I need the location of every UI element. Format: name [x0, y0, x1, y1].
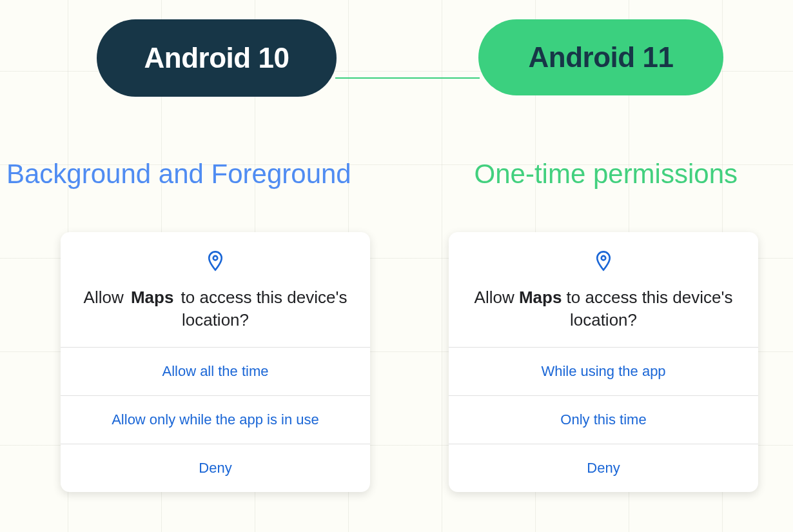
android-11-pill: Android 11	[478, 19, 723, 95]
android-10-permission-dialog: Allow Maps to access this device's locat…	[61, 232, 370, 492]
android-11-permission-dialog: Allow Maps to access this device's locat…	[449, 232, 758, 492]
svg-point-0	[213, 256, 218, 261]
prompt-post: to access this device's location?	[562, 288, 732, 330]
option-only-this-time[interactable]: Only this time	[449, 395, 758, 444]
prompt-app-name: Maps	[519, 288, 562, 307]
option-deny[interactable]: Deny	[449, 444, 758, 492]
option-allow-while-in-use[interactable]: Allow only while the app is in use	[61, 395, 370, 444]
dialog-prompt: Allow Maps to access this device's locat…	[80, 286, 351, 331]
svg-point-1	[602, 256, 606, 261]
location-pin-icon	[595, 250, 612, 275]
dialog-prompt: Allow Maps to access this device's locat…	[468, 286, 739, 331]
dialog-header: Allow Maps to access this device's locat…	[61, 232, 370, 347]
android-10-pill: Android 10	[97, 19, 337, 97]
version-pill-row: Android 10 Android 11	[0, 19, 793, 103]
prompt-app-name: Maps	[128, 288, 176, 307]
location-pin-icon	[207, 250, 224, 275]
prompt-pre: Allow	[475, 288, 519, 307]
option-while-using-app[interactable]: While using the app	[449, 347, 758, 395]
option-deny[interactable]: Deny	[61, 444, 370, 492]
android-11-label: Android 11	[529, 41, 674, 74]
version-connector-line	[335, 77, 480, 79]
android-10-label: Android 10	[144, 42, 289, 74]
prompt-pre: Allow	[84, 288, 128, 307]
prompt-post: to access this device's location?	[176, 288, 347, 330]
option-allow-all-time[interactable]: Allow all the time	[61, 347, 370, 395]
dialog-header: Allow Maps to access this device's locat…	[449, 232, 758, 347]
right-section-heading: One-time permissions	[475, 159, 738, 190]
left-section-heading: Background and Foreground	[6, 159, 351, 190]
